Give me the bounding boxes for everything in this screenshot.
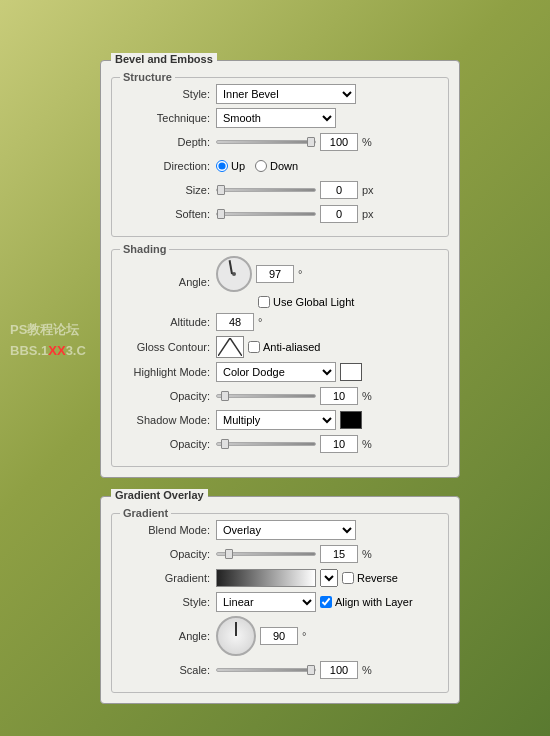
gradient-opacity-label: Opacity: <box>120 548 210 560</box>
highlight-opacity-slider[interactable] <box>216 394 316 398</box>
gloss-contour-controls: Anti-aliased <box>216 336 440 358</box>
highlight-color-swatch[interactable] <box>340 363 362 381</box>
direction-down-radio[interactable] <box>255 160 267 172</box>
align-with-layer-checkbox[interactable] <box>320 596 332 608</box>
depth-controls: 100 % <box>216 133 440 151</box>
size-unit: px <box>362 184 374 196</box>
size-slider-track[interactable] <box>216 188 316 192</box>
shadow-mode-controls: Multiply Normal Screen Overlay <box>216 410 440 430</box>
shadow-opacity-slider[interactable] <box>216 442 316 446</box>
shadow-mode-row: Shadow Mode: Multiply Normal Screen Over… <box>120 410 440 430</box>
gradient-style-row: Style: Linear Radial Angle Reflected Dia… <box>120 592 440 612</box>
bevel-emboss-panel: Bevel and Emboss Structure Style: Inner … <box>100 60 460 478</box>
gradient-angle-dial[interactable] <box>216 616 256 656</box>
gloss-contour-row: Gloss Contour: Anti-aliased <box>120 336 440 358</box>
soften-unit: px <box>362 208 374 220</box>
gradient-scale-slider[interactable] <box>216 668 316 672</box>
gradient-opacity-unit: % <box>362 548 372 560</box>
highlight-mode-controls: Color Dodge Normal Multiply Screen Overl… <box>216 362 440 382</box>
gradient-scale-input[interactable] <box>320 661 358 679</box>
gradient-bar-label: Gradient: <box>120 572 210 584</box>
technique-label: Technique: <box>120 112 210 124</box>
angle-input[interactable] <box>256 265 294 283</box>
altitude-unit: ° <box>258 316 262 328</box>
gradient-preset-dropdown[interactable]: ▼ <box>320 569 338 587</box>
gradient-opacity-input[interactable] <box>320 545 358 563</box>
direction-row: Direction: Up Down <box>120 156 440 176</box>
gradient-style-dropdown[interactable]: Linear Radial Angle Reflected Diamond <box>216 592 316 612</box>
anti-aliased-check: Anti-aliased <box>248 341 320 353</box>
reverse-checkbox[interactable] <box>342 572 354 584</box>
shadow-opacity-unit: % <box>362 438 372 450</box>
soften-label: Soften: <box>120 208 210 220</box>
highlight-opacity-thumb[interactable] <box>221 391 229 401</box>
style-controls: Inner Bevel Outer Bevel Emboss Pillow Em… <box>216 84 440 104</box>
direction-radio-group: Up Down <box>216 160 298 172</box>
angle-dial[interactable] <box>216 256 252 292</box>
angle-unit: ° <box>298 268 302 280</box>
gradient-style-controls: Linear Radial Angle Reflected Diamond Al… <box>216 592 440 612</box>
gradient-blend-dropdown[interactable]: Overlay Normal Multiply Screen <box>216 520 356 540</box>
shadow-opacity-controls: % <box>216 435 440 453</box>
altitude-input[interactable] <box>216 313 254 331</box>
technique-controls: Smooth Chisel Hard Chisel Soft <box>216 108 440 128</box>
gradient-opacity-slider[interactable] <box>216 552 316 556</box>
direction-down-label[interactable]: Down <box>255 160 298 172</box>
size-input[interactable]: 0 <box>320 181 358 199</box>
gradient-bar-controls: ▼ Reverse <box>216 569 440 587</box>
soften-input[interactable]: 0 <box>320 205 358 223</box>
soften-slider-thumb[interactable] <box>217 209 225 219</box>
shadow-color-swatch[interactable] <box>340 411 362 429</box>
watermark: PS教程论坛 BBS.1XX3.C <box>10 320 86 362</box>
shadow-opacity-row: Opacity: % <box>120 434 440 454</box>
depth-slider-thumb[interactable] <box>307 137 315 147</box>
gradient-bar-row: Gradient: ▼ Reverse <box>120 568 440 588</box>
gradient-overlay-title: Gradient Overlay <box>111 489 208 501</box>
angle-controls: ° Use Global Light <box>216 256 440 308</box>
shadow-mode-label: Shadow Mode: <box>120 414 210 426</box>
structure-section-title: Structure <box>120 71 175 83</box>
panels-container: Bevel and Emboss Structure Style: Inner … <box>100 60 460 704</box>
altitude-controls: ° <box>216 313 440 331</box>
size-label: Size: <box>120 184 210 196</box>
soften-controls: 0 px <box>216 205 440 223</box>
contour-preview[interactable] <box>216 336 244 358</box>
depth-label: Depth: <box>120 136 210 148</box>
depth-slider-track[interactable] <box>216 140 316 144</box>
shadow-opacity-label: Opacity: <box>120 438 210 450</box>
style-label: Style: <box>120 88 210 100</box>
shadow-mode-dropdown[interactable]: Multiply Normal Screen Overlay <box>216 410 336 430</box>
shadow-opacity-input[interactable] <box>320 435 358 453</box>
gradient-bar[interactable] <box>216 569 316 587</box>
shadow-opacity-thumb[interactable] <box>221 439 229 449</box>
soften-slider-track[interactable] <box>216 212 316 216</box>
direction-label: Direction: <box>120 160 210 172</box>
gradient-scale-controls: % <box>216 661 440 679</box>
direction-up-radio[interactable] <box>216 160 228 172</box>
technique-row: Technique: Smooth Chisel Hard Chisel Sof… <box>120 108 440 128</box>
gradient-angle-row: Angle: ° <box>120 616 440 656</box>
size-slider-thumb[interactable] <box>217 185 225 195</box>
gradient-scale-row: Scale: % <box>120 660 440 680</box>
direction-up-label[interactable]: Up <box>216 160 245 172</box>
highlight-mode-dropdown[interactable]: Color Dodge Normal Multiply Screen Overl… <box>216 362 336 382</box>
gradient-scale-thumb[interactable] <box>307 665 315 675</box>
gradient-dial-pointer <box>235 622 237 636</box>
gradient-overlay-panel: Gradient Overlay Gradient Blend Mode: Ov… <box>100 496 460 704</box>
use-global-light-checkbox[interactable] <box>258 296 270 308</box>
depth-input[interactable]: 100 <box>320 133 358 151</box>
anti-aliased-checkbox[interactable] <box>248 341 260 353</box>
structure-section: Structure Style: Inner Bevel Outer Bevel… <box>111 77 449 237</box>
style-dropdown[interactable]: Inner Bevel Outer Bevel Emboss Pillow Em… <box>216 84 356 104</box>
technique-dropdown[interactable]: Smooth Chisel Hard Chisel Soft <box>216 108 336 128</box>
highlight-opacity-input[interactable] <box>320 387 358 405</box>
depth-row: Depth: 100 % <box>120 132 440 152</box>
gradient-scale-label: Scale: <box>120 664 210 676</box>
style-row: Style: Inner Bevel Outer Bevel Emboss Pi… <box>120 84 440 104</box>
gradient-angle-input[interactable] <box>260 627 298 645</box>
angle-label: Angle: <box>120 276 210 288</box>
highlight-opacity-label: Opacity: <box>120 390 210 402</box>
gradient-section-title: Gradient <box>120 507 171 519</box>
altitude-label: Altitude: <box>120 316 210 328</box>
gradient-opacity-thumb[interactable] <box>225 549 233 559</box>
